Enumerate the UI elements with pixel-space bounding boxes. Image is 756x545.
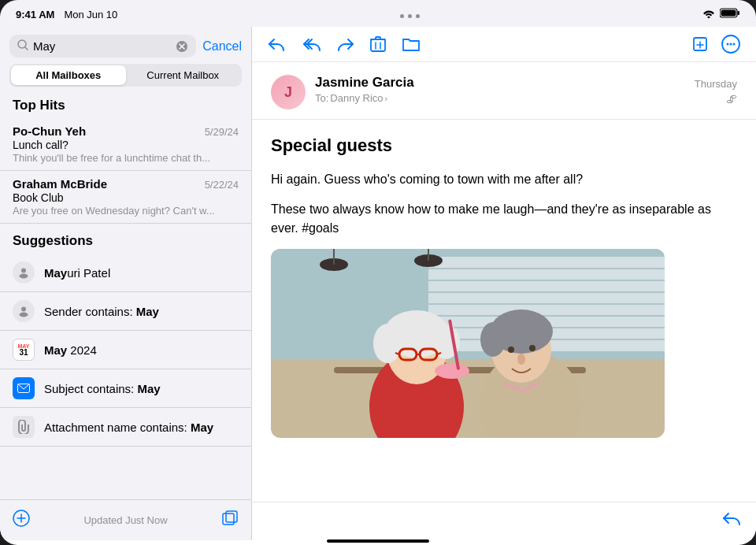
reply-bar <box>252 502 756 540</box>
svg-point-10 <box>21 307 26 312</box>
suggestion-mayuri[interactable]: Mayuri Patel <box>0 254 251 292</box>
email-inline-photo <box>271 249 665 438</box>
suggestion-attachment-contains[interactable]: Attachment name contains: May <box>0 408 251 447</box>
search-icon <box>17 39 28 53</box>
sidebar-footer: Updated Just Now <box>0 499 251 540</box>
email-item-graham[interactable]: Graham McBride 5/22/24 Book Club Are you… <box>0 171 251 224</box>
segment-current-mailbox[interactable]: Current Mailbox <box>126 65 241 85</box>
svg-point-27 <box>730 43 732 46</box>
status-time: 9:41 AM <box>16 9 54 20</box>
suggestion-text-sender: Sender contains: May <box>44 305 159 318</box>
svg-rect-18 <box>371 39 385 51</box>
reply-back-icon[interactable] <box>268 36 285 52</box>
status-indicators <box>702 8 740 20</box>
top-dot-2 <box>408 14 412 18</box>
status-date: Mon Jun 10 <box>64 9 117 20</box>
to-chevron-icon: › <box>385 94 388 103</box>
email-body-paragraph-1: Hi again. Guess who's coming to town wit… <box>271 170 737 189</box>
folder-icon[interactable] <box>402 36 421 52</box>
segment-control: All Mailboxes Current Mailbox <box>9 64 242 87</box>
reply-all-icon[interactable] <box>301 36 321 52</box>
top-hits-list: Po-Chun Yeh 5/29/24 Lunch call? Think yo… <box>0 118 251 224</box>
email-to[interactable]: To: Danny Rico › <box>315 92 685 104</box>
email-body: Special guests Hi again. Guess who's com… <box>252 120 756 502</box>
toolbar <box>252 27 756 62</box>
envelope-icon-subject <box>13 377 35 399</box>
svg-point-11 <box>20 313 28 317</box>
svg-point-8 <box>21 269 26 273</box>
footer-status: Updated Just Now <box>83 514 167 526</box>
email-preview-2: Are you free on Wednesday night? Can't w… <box>13 205 239 217</box>
email-sender-2: Graham McBride <box>13 177 107 191</box>
svg-point-47 <box>373 324 402 363</box>
top-dot-1 <box>400 14 404 18</box>
email-subject-2: Book Club <box>13 191 239 204</box>
status-bar: 9:41 AM Mon Jun 10 <box>0 0 756 27</box>
email-header: J Jasmine Garcia To: Danny Rico › Thursd… <box>252 62 756 120</box>
email-view: J Jasmine Garcia To: Danny Rico › Thursd… <box>252 27 756 540</box>
person-icon-sender <box>13 300 35 322</box>
svg-rect-2 <box>738 11 740 15</box>
cancel-button[interactable]: Cancel <box>202 39 242 54</box>
email-date-1: 5/29/24 <box>205 126 239 138</box>
email-timestamp: Thursday <box>695 78 737 90</box>
svg-point-9 <box>20 274 28 279</box>
wifi-icon <box>702 9 715 20</box>
search-clear-button[interactable] <box>176 40 188 53</box>
more-options-icon[interactable] <box>721 35 740 54</box>
svg-point-62 <box>517 354 525 365</box>
toolbar-right <box>691 35 740 54</box>
segment-all-mailboxes[interactable]: All Mailboxes <box>11 65 126 85</box>
email-from: Jasmine Garcia <box>315 75 685 91</box>
suggestion-subject-contains[interactable]: Subject contains: May <box>0 369 251 408</box>
compose-icon[interactable] <box>13 510 30 531</box>
suggestion-may-2024[interactable]: MAY 31 May 2024 <box>0 331 251 369</box>
status-time-date: 9:41 AM Mon Jun 10 <box>16 9 117 20</box>
svg-point-26 <box>727 43 729 46</box>
suggestions-label: Suggestions <box>0 230 251 254</box>
forward-icon[interactable] <box>337 36 354 52</box>
suggestion-text-attachment: Attachment name contains: May <box>44 421 213 434</box>
email-body-paragraph-2: These two always know how to make me lau… <box>271 200 737 238</box>
sidebar: May Cancel All Mailboxes Current Mailbox… <box>0 27 252 540</box>
email-preview-1: Think you'll be free for a lunchtime cha… <box>13 152 239 164</box>
email-subject-1: Lunch call? <box>13 139 239 151</box>
email-to-name: Danny Rico <box>330 92 383 104</box>
svg-point-60 <box>508 347 514 353</box>
multiwindow-icon[interactable] <box>221 510 239 531</box>
reply-icon[interactable] <box>721 510 740 532</box>
email-item-po-chun[interactable]: Po-Chun Yeh 5/29/24 Lunch call? Think yo… <box>0 118 251 171</box>
suggestion-sender-contains[interactable]: Sender contains: May <box>0 292 251 331</box>
avatar: J <box>271 75 306 109</box>
svg-rect-1 <box>721 10 736 17</box>
top-hits-label: Top Hits <box>0 95 251 118</box>
top-dot-3 <box>416 14 420 18</box>
person-icon-mayuri <box>13 261 35 284</box>
suggestion-text-mayuri: Mayuri Patel <box>44 266 110 280</box>
search-field[interactable]: May <box>9 35 196 57</box>
suggestion-text-may-2024: May 2024 <box>44 343 97 357</box>
home-indicator <box>0 540 756 545</box>
attachment-paperclip-icon: 🖇 <box>726 93 737 106</box>
svg-point-59 <box>480 322 506 357</box>
calendar-icon-may: MAY 31 <box>13 339 35 361</box>
trash-icon[interactable] <box>370 35 386 53</box>
svg-rect-16 <box>223 513 234 525</box>
search-input[interactable]: May <box>33 39 171 53</box>
search-bar: May Cancel <box>0 27 251 64</box>
email-meta: Jasmine Garcia To: Danny Rico › <box>315 75 685 104</box>
main-content: May Cancel All Mailboxes Current Mailbox… <box>0 27 756 540</box>
svg-line-4 <box>25 47 28 50</box>
svg-point-28 <box>733 43 736 46</box>
new-compose-icon[interactable] <box>691 35 709 53</box>
svg-point-61 <box>529 345 536 351</box>
svg-rect-17 <box>226 511 237 522</box>
suggestion-text-subject: Subject contains: May <box>44 382 161 395</box>
home-bar <box>327 539 429 543</box>
paperclip-icon-attachment <box>13 416 35 438</box>
toolbar-left <box>268 35 421 53</box>
battery-icon <box>720 8 740 20</box>
email-subject-display: Special guests <box>271 135 737 156</box>
email-date-2: 5/22/24 <box>205 179 239 191</box>
email-sender-1: Po-Chun Yeh <box>13 124 86 138</box>
